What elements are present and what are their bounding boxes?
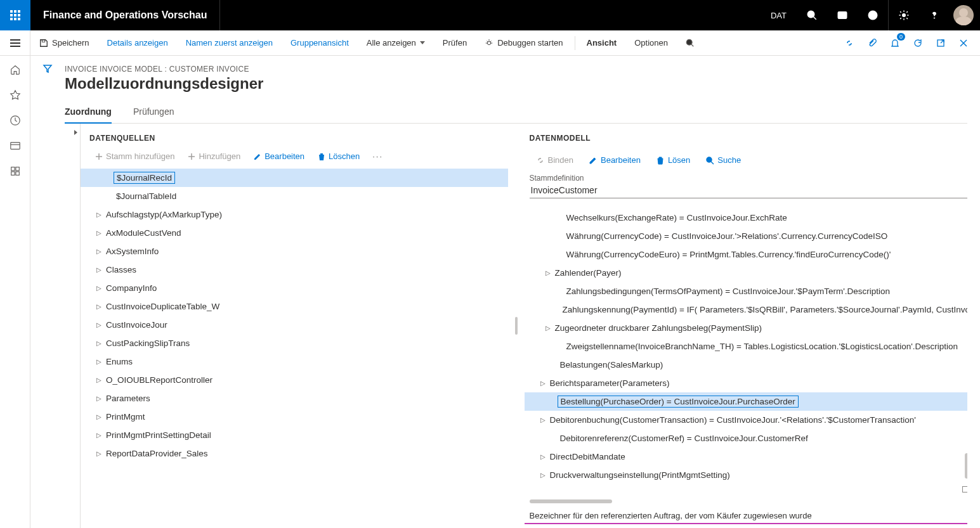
save-button[interactable]: Speichern bbox=[30, 30, 98, 56]
edit-model-button[interactable]: Bearbeiten bbox=[582, 153, 647, 167]
tree-row[interactable]: ▷Wechselkurs(ExchangeRate) = CustInvoice… bbox=[525, 209, 968, 227]
more-icon[interactable]: ··· bbox=[367, 149, 388, 164]
unbind-button[interactable]: Lösen bbox=[650, 153, 696, 167]
workspaces-icon[interactable] bbox=[9, 139, 22, 152]
caret-icon[interactable]: ▷ bbox=[95, 229, 103, 236]
tree-row[interactable]: ▷Währung(CurrencyCodeEuro) = PrintMgmt.T… bbox=[525, 245, 968, 264]
caret-icon[interactable]: ▷ bbox=[95, 413, 103, 420]
caret-icon[interactable]: ▷ bbox=[539, 453, 547, 460]
tab-checks[interactable]: Prüfungen bbox=[133, 101, 183, 123]
tree-row[interactable]: ▷Zugeordneter druckbarer Zahlungsbeleg(P… bbox=[525, 319, 968, 337]
tree-row[interactable]: ▷Druckverwaltungseinstellung(PrintMgmtSe… bbox=[525, 466, 968, 484]
modules-icon[interactable] bbox=[9, 165, 22, 177]
tree-row[interactable]: ▷Parameters bbox=[81, 389, 508, 408]
search-command[interactable] bbox=[677, 30, 707, 56]
show-details-button[interactable]: Details anzeigen bbox=[98, 30, 177, 56]
tree-row[interactable]: ▷PrintMgmtPrintSettingDetail bbox=[81, 426, 508, 444]
tree-row[interactable]: ▷CustInvoiceJour bbox=[81, 316, 508, 334]
caret-icon[interactable]: ▷ bbox=[95, 266, 103, 273]
caret-icon[interactable]: ▷ bbox=[539, 380, 547, 387]
link-icon[interactable] bbox=[838, 30, 861, 56]
tree-row[interactable]: ▷ReportDataProvider_Sales bbox=[81, 444, 508, 463]
tree-row[interactable]: ▷Belastungen(SalesMarkup) bbox=[525, 356, 968, 374]
search-model-button[interactable]: Suche bbox=[699, 153, 747, 167]
messages-icon[interactable] bbox=[827, 0, 858, 30]
help-icon[interactable] bbox=[919, 0, 950, 30]
tree-row[interactable]: ▷AxModuleCustVend bbox=[81, 224, 508, 242]
refresh-icon[interactable] bbox=[906, 30, 929, 56]
caret-icon[interactable]: ▷ bbox=[95, 248, 103, 255]
caret-icon[interactable]: ▷ bbox=[544, 269, 552, 276]
options-menu[interactable]: Optionen bbox=[625, 30, 677, 56]
tree-row[interactable]: ▷Zahlungsbedingungen(TermsOfPayment) = C… bbox=[525, 282, 968, 300]
tree-row[interactable]: ▷Enums bbox=[81, 352, 508, 371]
tree-row[interactable]: ▷CustPackingSlipTrans bbox=[81, 334, 508, 352]
settings-icon[interactable] bbox=[889, 0, 919, 30]
tree-row[interactable]: ▷Debitorenreferenz(CustomerRef) = CustIn… bbox=[525, 429, 968, 448]
favorites-icon[interactable] bbox=[9, 89, 22, 101]
app-launcher-icon[interactable] bbox=[0, 0, 30, 30]
tree-row[interactable]: ▷Währung(CurrencyCode) = CustInvoiceJour… bbox=[525, 227, 968, 245]
tree-row[interactable]: ▷Aufschlagstyp(AxMarkupType) bbox=[81, 205, 508, 224]
tab-mapping[interactable]: Zuordnung bbox=[65, 101, 121, 123]
tree-row[interactable]: ▷CustInvoiceDuplicateTable_W bbox=[81, 297, 508, 316]
caret-icon[interactable]: ▷ bbox=[95, 432, 103, 439]
tree-row[interactable]: ▷AxSystemInfo bbox=[81, 242, 508, 261]
popout-icon[interactable] bbox=[929, 30, 952, 56]
add-root-button[interactable]: Stamm hinzufügen bbox=[89, 149, 180, 164]
add-button[interactable]: Hinzufügen bbox=[182, 149, 245, 164]
caret-icon[interactable]: ▷ bbox=[95, 303, 103, 310]
resize-handle[interactable] bbox=[962, 486, 967, 493]
caret-icon[interactable]: ▷ bbox=[539, 472, 547, 479]
home-icon[interactable] bbox=[9, 63, 22, 76]
tree-row[interactable]: ▷Bestellung(PurchaseOrder) = CustInvoice… bbox=[525, 392, 968, 411]
caret-icon[interactable]: ▷ bbox=[95, 395, 103, 402]
tree-row[interactable]: ▷Zahlungskennung(PaymentId) = IF( Parame… bbox=[525, 300, 968, 319]
search-icon[interactable] bbox=[797, 0, 827, 30]
check-button[interactable]: Prüfen bbox=[434, 30, 476, 56]
tree-row[interactable]: ▷Berichtsparameter(Parameters) bbox=[525, 374, 968, 392]
caret-icon[interactable]: ▷ bbox=[95, 321, 103, 328]
caret-icon[interactable]: ▷ bbox=[95, 211, 103, 218]
feedback-icon[interactable] bbox=[858, 0, 888, 30]
caret-icon[interactable]: ▷ bbox=[95, 450, 103, 457]
tree-row[interactable]: ▷O_OIOUBLReportController bbox=[81, 371, 508, 389]
tree-row[interactable]: ▷DirectDebitMandate bbox=[525, 448, 968, 466]
tree-row[interactable]: ▷PrintMgmt bbox=[81, 408, 508, 426]
vertical-scrollbar[interactable] bbox=[965, 453, 967, 479]
horizontal-scrollbar[interactable] bbox=[530, 499, 618, 505]
tree-row[interactable]: ▷Zahlender(Payer) bbox=[525, 264, 968, 282]
tree-row[interactable]: ▷Debitorenbuchung(CustomerTransaction) =… bbox=[525, 411, 968, 429]
show-all-dropdown[interactable]: Alle anzeigen bbox=[358, 30, 434, 56]
start-debug-button[interactable]: Debuggen starten bbox=[476, 30, 572, 56]
datasources-tree[interactable]: ▷$JournalRecId▷$JournalTableId▷Aufschlag… bbox=[80, 169, 508, 528]
delete-button[interactable]: Löschen bbox=[312, 149, 365, 164]
splitter-handle[interactable] bbox=[514, 124, 518, 528]
names-first-button[interactable]: Namen zuerst anzeigen bbox=[177, 30, 282, 56]
user-avatar[interactable] bbox=[953, 5, 974, 25]
group-view-button[interactable]: Gruppenansicht bbox=[282, 30, 358, 56]
root-definition-value[interactable]: InvoiceCustomer bbox=[530, 184, 968, 198]
attachment-icon[interactable] bbox=[861, 30, 884, 56]
bind-button[interactable]: Binden bbox=[530, 153, 580, 167]
tree-row[interactable]: ▷CompanyInfo bbox=[81, 279, 508, 297]
caret-icon[interactable]: ▷ bbox=[95, 377, 103, 383]
edit-button[interactable]: Bearbeiten bbox=[248, 149, 310, 164]
caret-icon[interactable]: ▷ bbox=[544, 325, 552, 332]
tree-row[interactable]: ▷Zweigstellenname(InvoiceBranchName_TH) … bbox=[525, 337, 968, 356]
expand-panel-icon[interactable] bbox=[70, 124, 82, 141]
tree-row[interactable]: ▷$JournalTableId bbox=[81, 187, 508, 205]
view-menu[interactable]: Ansicht bbox=[578, 30, 626, 56]
datamodel-tree[interactable]: ▷Wechselkurs(ExchangeRate) = CustInvoice… bbox=[525, 209, 968, 496]
notifications-icon[interactable]: 0 bbox=[884, 30, 906, 56]
caret-icon[interactable]: ▷ bbox=[95, 285, 103, 292]
hamburger-icon[interactable] bbox=[0, 30, 30, 56]
recent-icon[interactable] bbox=[9, 114, 22, 127]
caret-icon[interactable]: ▷ bbox=[95, 340, 103, 347]
filter-icon[interactable] bbox=[42, 63, 53, 74]
tree-row[interactable]: ▷Classes bbox=[81, 261, 508, 279]
company-code[interactable]: DAT bbox=[761, 11, 797, 20]
caret-icon[interactable]: ▷ bbox=[95, 358, 103, 365]
caret-icon[interactable]: ▷ bbox=[539, 416, 547, 423]
close-icon[interactable] bbox=[952, 30, 975, 56]
